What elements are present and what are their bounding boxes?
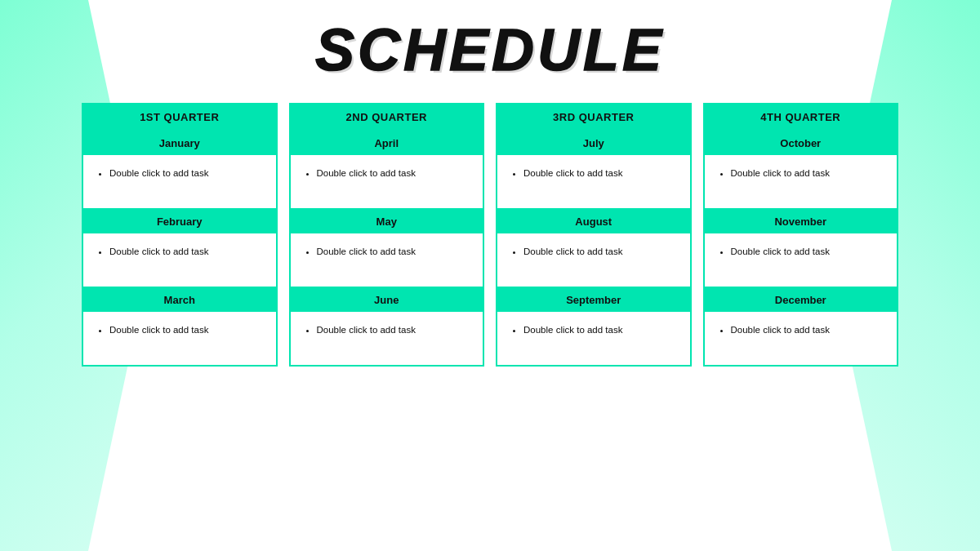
month-block-september: SeptemberDouble click to add task (497, 287, 690, 365)
month-tasks-september[interactable]: Double click to add task (497, 312, 690, 365)
month-header-november: November (705, 210, 898, 233)
month-tasks-november[interactable]: Double click to add task (705, 233, 898, 287)
month-header-august: August (497, 210, 690, 233)
month-block-june: JuneDouble click to add task (291, 287, 483, 365)
month-block-january: JanuaryDouble click to add task (83, 130, 276, 208)
quarter-col-2: 2ND QUARTERAprilDouble click to add task… (289, 103, 485, 367)
month-tasks-october[interactable]: Double click to add task (705, 155, 898, 208)
month-block-november: NovemberDouble click to add task (705, 208, 898, 287)
month-tasks-january[interactable]: Double click to add task (83, 155, 276, 208)
month-header-july: July (497, 131, 690, 155)
task-item: Double click to add task (731, 323, 889, 337)
month-block-july: JulyDouble click to add task (497, 130, 690, 208)
quarter-header-4: 4TH QUARTER (705, 104, 898, 130)
schedule-grid: 1ST QUARTERJanuaryDouble click to add ta… (82, 103, 898, 367)
month-block-december: DecemberDouble click to add task (705, 287, 898, 365)
month-header-october: October (705, 131, 898, 155)
task-item: Double click to add task (523, 323, 682, 337)
month-block-february: FebruaryDouble click to add task (83, 208, 276, 287)
month-tasks-february[interactable]: Double click to add task (83, 233, 276, 287)
month-tasks-april[interactable]: Double click to add task (291, 155, 483, 208)
quarter-header-1: 1ST QUARTER (83, 104, 276, 130)
month-tasks-december[interactable]: Double click to add task (705, 312, 898, 365)
month-header-december: December (705, 288, 898, 312)
quarter-col-1: 1ST QUARTERJanuaryDouble click to add ta… (82, 103, 278, 367)
page-title: SCHEDULE (82, 16, 898, 83)
quarter-col-3: 3RD QUARTERJulyDouble click to add taskA… (496, 103, 692, 367)
quarter-header-2: 2ND QUARTER (291, 104, 483, 130)
month-header-february: February (83, 210, 276, 233)
quarter-col-4: 4TH QUARTEROctoberDouble click to add ta… (703, 103, 899, 367)
month-tasks-june[interactable]: Double click to add task (291, 312, 483, 365)
month-header-september: September (497, 288, 690, 312)
task-item: Double click to add task (731, 245, 889, 259)
month-header-march: March (83, 288, 276, 312)
month-header-may: May (291, 210, 483, 233)
month-header-june: June (291, 288, 483, 312)
month-block-april: AprilDouble click to add task (291, 130, 483, 208)
task-item: Double click to add task (317, 245, 475, 259)
task-item: Double click to add task (317, 167, 475, 180)
month-block-may: MayDouble click to add task (291, 208, 483, 287)
quarter-header-3: 3RD QUARTER (497, 104, 690, 130)
task-item: Double click to add task (523, 245, 682, 259)
month-tasks-july[interactable]: Double click to add task (497, 155, 690, 208)
task-item: Double click to add task (109, 167, 268, 180)
month-block-october: OctoberDouble click to add task (705, 130, 898, 208)
month-block-march: MarchDouble click to add task (83, 287, 276, 365)
month-header-april: April (291, 131, 483, 155)
month-tasks-august[interactable]: Double click to add task (497, 233, 690, 287)
task-item: Double click to add task (109, 323, 268, 337)
task-item: Double click to add task (523, 167, 682, 180)
month-header-january: January (83, 131, 276, 155)
month-block-august: AugustDouble click to add task (497, 208, 690, 287)
task-item: Double click to add task (731, 167, 889, 180)
task-item: Double click to add task (317, 323, 475, 337)
month-tasks-march[interactable]: Double click to add task (83, 312, 276, 365)
task-item: Double click to add task (109, 245, 268, 259)
month-tasks-may[interactable]: Double click to add task (291, 233, 483, 287)
main-content: SCHEDULE 1ST QUARTERJanuaryDouble click … (0, 0, 980, 383)
